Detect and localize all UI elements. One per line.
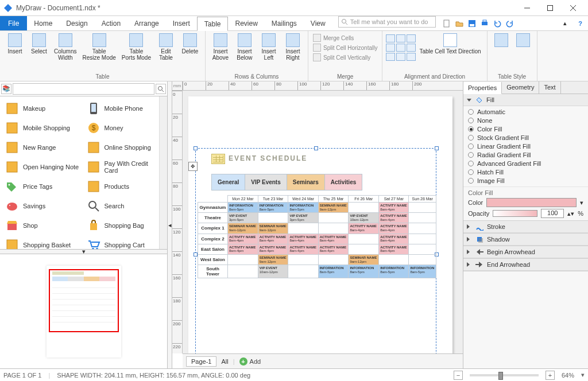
ribbon-delete[interactable]: Delete (179, 32, 202, 56)
right-tab-geometry[interactable]: Geometry (502, 81, 539, 94)
fill-option-linear-gradient-fill[interactable]: Linear Gradient Fill (468, 143, 583, 150)
zoom-slider[interactable] (470, 374, 539, 376)
stencil-makeup[interactable]: Makeup (2, 99, 84, 118)
ribbon-insert-left[interactable]: InsertLeft (257, 32, 280, 62)
stencil-shopping-cart[interactable]: Shopping Cart (84, 235, 165, 249)
menu-tab-review[interactable]: Review (228, 16, 264, 30)
add-page-button[interactable]: +Add (239, 357, 261, 366)
stencil-pay-with-credit-card[interactable]: Pay With Credit Card (84, 157, 165, 177)
section-stroke[interactable]: Stroke (463, 221, 588, 233)
ribbon-merge-cells[interactable]: Merge Cells (312, 33, 378, 42)
ribbon-insert-above[interactable]: InsertAbove (209, 32, 232, 62)
stencil-open-hanging-note[interactable]: Open Hanging Note (2, 157, 84, 177)
section-end-arrowhead[interactable]: End Arrowhead (463, 259, 588, 271)
stencil-search[interactable]: Search (84, 196, 165, 216)
page-thumbnail[interactable] (0, 254, 167, 368)
stencil-search-input[interactable] (13, 83, 154, 95)
stencil-money[interactable]: $Money (84, 118, 165, 138)
ribbon-split-cell-horizontally[interactable]: Split Cell Horizontally (312, 43, 378, 52)
ribbon-columns-width[interactable]: ColumnsWidth (52, 32, 79, 62)
tell-me-search[interactable]: Tell me what you want to do (338, 16, 436, 28)
fill-option-none[interactable]: None (468, 117, 583, 124)
stencil-shop[interactable]: Shop (2, 216, 84, 235)
ribbon-select[interactable]: Select (28, 32, 51, 56)
ribbon-insert[interactable]: Insert (3, 32, 26, 56)
menu-tab-action[interactable]: Action (95, 16, 127, 30)
menu-tab-view[interactable]: View (304, 16, 332, 30)
splitter-left[interactable]: ◂ (168, 81, 172, 368)
zoom-in-icon[interactable]: + (546, 371, 555, 380)
close-button[interactable] (562, 1, 585, 15)
print-icon[interactable] (479, 18, 490, 29)
menu-tab-home[interactable]: Home (27, 16, 59, 30)
page-all[interactable]: All (221, 358, 228, 365)
fill-option-radial-gradient-fill[interactable]: Radial Gradient Fill (468, 151, 583, 158)
table-style-button[interactable] (491, 32, 512, 49)
fill-header[interactable]: Fill (463, 94, 588, 106)
move-handle-icon[interactable]: ✥ (188, 162, 198, 171)
selection-handle[interactable] (314, 146, 318, 150)
min-button[interactable] (516, 1, 539, 15)
right-tab-properties[interactable]: Properties (463, 82, 502, 94)
stencil-scrollbar[interactable] (159, 96, 167, 249)
right-tab-text[interactable]: Text (539, 81, 560, 94)
zoom-value[interactable]: 64% (562, 372, 574, 379)
save-icon[interactable] (467, 18, 477, 29)
canvas[interactable]: ✥ EVENT SCHEDULE GeneralVIP EventsSemina… (183, 91, 463, 353)
stencil-shopping-bag[interactable]: Shopping Bag (84, 216, 165, 235)
stencil-search-button[interactable] (156, 84, 166, 94)
stencil-mobile-shopping[interactable]: Mobile Shopping (2, 118, 84, 138)
open-icon[interactable] (454, 18, 465, 29)
table-style-options-button[interactable] (513, 32, 533, 49)
zoom-dropdown-icon[interactable]: ▾ (581, 371, 585, 379)
section-shadow[interactable]: Shadow (463, 234, 588, 246)
zoom-out-icon[interactable]: − (454, 371, 463, 380)
ribbon-edit-table[interactable]: EditTable (154, 32, 177, 62)
day-header: Fri 26 Mar (349, 196, 379, 203)
stencil-mobile-phone[interactable]: Mobile Phone (84, 99, 165, 118)
help-icon[interactable]: ? (572, 16, 588, 30)
redo-icon[interactable] (505, 18, 515, 29)
menu-tab-arrange[interactable]: Arrange (127, 16, 166, 30)
ribbon-split-cell-vertically[interactable]: Split Cell Vertically (312, 53, 378, 62)
fill-option-stock-gradient-fill[interactable]: Stock Gradient Fill (468, 134, 583, 141)
selection-handle[interactable] (435, 146, 439, 150)
fill-option-advanced-gradient-fill[interactable]: Advanced Gradient Fill (468, 160, 583, 167)
align-grid[interactable] (386, 32, 416, 61)
ribbon-insert-right[interactable]: InsertRight (281, 32, 304, 62)
stencil-price-tags[interactable]: Price Tags (2, 177, 84, 196)
ribbon-table-ports-mode[interactable]: TablePorts Mode (119, 32, 153, 62)
text-direction-button[interactable]: Table Cell Text Direction (417, 32, 483, 56)
selection-handle[interactable] (194, 252, 198, 256)
fill-option-color-fill[interactable]: Color Fill (468, 126, 583, 133)
stencil-expand-icon[interactable]: ▾ (0, 249, 167, 254)
stencil-new-range[interactable]: New Range (2, 138, 84, 157)
opacity-value[interactable]: 100 (541, 209, 564, 218)
menu-tab-design[interactable]: Design (59, 16, 94, 30)
fill-option-image-fill[interactable]: Image Fill (468, 177, 583, 184)
stencil-shopping-basket[interactable]: Shopping Basket (2, 235, 84, 249)
menu-tab-mailings[interactable]: Mailings (265, 16, 304, 30)
stencil-products[interactable]: Products (84, 177, 165, 196)
max-button[interactable] (539, 1, 562, 15)
file-menu[interactable]: File (0, 16, 27, 30)
day-header: Sat 27 Mar (379, 196, 409, 203)
new-doc-icon[interactable] (442, 18, 452, 29)
color-dropdown-icon[interactable]: ▾ (580, 199, 583, 207)
selection-handle[interactable] (194, 146, 198, 150)
page-tab[interactable]: Page-1 (186, 356, 216, 367)
section-begin-arrowhead[interactable]: Begin Arrowhead (463, 246, 588, 258)
fill-option-automatic[interactable]: Automatic (468, 108, 583, 115)
ribbon-table-resize-mode[interactable]: TableResize Mode (80, 32, 118, 62)
stencil-savings[interactable]: Savings (2, 196, 84, 216)
menu-tab-insert[interactable]: Insert (166, 16, 197, 30)
stencil-library-icon[interactable]: 📚 (1, 84, 11, 94)
fill-option-hatch-fill[interactable]: Hatch Fill (468, 169, 583, 176)
color-swatch[interactable] (486, 198, 577, 207)
opacity-slider[interactable] (493, 210, 537, 217)
undo-icon[interactable] (492, 18, 502, 29)
collapse-ribbon-icon[interactable]: ▴ (558, 16, 572, 30)
ribbon-insert-below[interactable]: InsertBelow (233, 32, 256, 62)
stencil-online-shopping[interactable]: Online Shopping (84, 138, 165, 157)
menu-tab-table[interactable]: Table (197, 17, 229, 31)
